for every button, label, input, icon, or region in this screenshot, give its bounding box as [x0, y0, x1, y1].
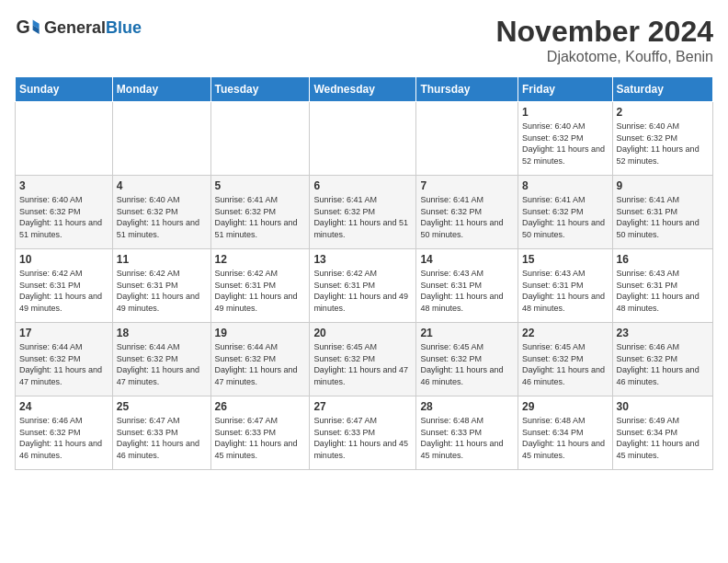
- day-info: Sunrise: 6:46 AM Sunset: 6:32 PM Dayligh…: [617, 341, 709, 387]
- logo-general-text: General: [44, 18, 106, 37]
- svg-text:G: G: [16, 17, 29, 37]
- day-info: Sunrise: 6:42 AM Sunset: 6:31 PM Dayligh…: [19, 268, 108, 314]
- calendar-week-row: 24Sunrise: 6:46 AM Sunset: 6:32 PM Dayli…: [16, 396, 713, 470]
- logo-icon: G: [15, 15, 40, 40]
- day-of-week-header: Saturday: [612, 77, 712, 102]
- day-info: Sunrise: 6:42 AM Sunset: 6:31 PM Dayligh…: [117, 268, 207, 314]
- calendar-cell: 3Sunrise: 6:40 AM Sunset: 6:32 PM Daylig…: [16, 176, 113, 249]
- day-number: 21: [420, 327, 514, 339]
- day-info: Sunrise: 6:41 AM Sunset: 6:32 PM Dayligh…: [215, 194, 306, 240]
- day-number: 18: [117, 327, 207, 339]
- calendar-cell: 19Sunrise: 6:44 AM Sunset: 6:32 PM Dayli…: [210, 323, 310, 396]
- day-number: 1: [522, 106, 609, 119]
- calendar-cell: [416, 102, 518, 176]
- calendar-cell: 12Sunrise: 6:42 AM Sunset: 6:31 PM Dayli…: [210, 249, 310, 323]
- day-number: 24: [19, 400, 108, 413]
- day-number: 25: [117, 400, 207, 413]
- calendar-cell: 9Sunrise: 6:41 AM Sunset: 6:31 PM Daylig…: [612, 176, 712, 249]
- calendar-cell: 28Sunrise: 6:48 AM Sunset: 6:33 PM Dayli…: [416, 396, 518, 470]
- day-of-week-header: Monday: [112, 77, 210, 102]
- calendar-cell: 23Sunrise: 6:46 AM Sunset: 6:32 PM Dayli…: [612, 323, 712, 396]
- day-of-week-header: Tuesday: [210, 77, 310, 102]
- day-info: Sunrise: 6:46 AM Sunset: 6:32 PM Dayligh…: [19, 415, 108, 461]
- day-info: Sunrise: 6:41 AM Sunset: 6:31 PM Dayligh…: [617, 194, 709, 240]
- day-number: 16: [617, 253, 709, 266]
- day-info: Sunrise: 6:43 AM Sunset: 6:31 PM Dayligh…: [617, 268, 709, 314]
- calendar-cell: 8Sunrise: 6:41 AM Sunset: 6:32 PM Daylig…: [518, 176, 612, 249]
- day-number: 12: [215, 253, 306, 266]
- calendar-cell: 21Sunrise: 6:45 AM Sunset: 6:32 PM Dayli…: [416, 323, 518, 396]
- calendar-cell: 18Sunrise: 6:44 AM Sunset: 6:32 PM Dayli…: [112, 323, 210, 396]
- day-info: Sunrise: 6:44 AM Sunset: 6:32 PM Dayligh…: [117, 341, 207, 387]
- calendar-cell: 7Sunrise: 6:41 AM Sunset: 6:32 PM Daylig…: [416, 176, 518, 249]
- day-info: Sunrise: 6:49 AM Sunset: 6:34 PM Dayligh…: [617, 415, 709, 461]
- day-number: 13: [313, 253, 412, 266]
- day-number: 15: [522, 253, 609, 266]
- day-info: Sunrise: 6:40 AM Sunset: 6:32 PM Dayligh…: [117, 194, 207, 240]
- location-title: Djakotome, Kouffo, Benin: [495, 49, 713, 65]
- title-area: November 2024 Djakotome, Kouffo, Benin: [495, 15, 713, 65]
- day-info: Sunrise: 6:41 AM Sunset: 6:32 PM Dayligh…: [420, 194, 514, 240]
- day-number: 22: [522, 327, 609, 339]
- calendar-cell: 29Sunrise: 6:48 AM Sunset: 6:34 PM Dayli…: [518, 396, 612, 470]
- calendar-cell: [210, 102, 310, 176]
- calendar-cell: [112, 102, 210, 176]
- day-info: Sunrise: 6:47 AM Sunset: 6:33 PM Dayligh…: [215, 415, 306, 461]
- day-info: Sunrise: 6:47 AM Sunset: 6:33 PM Dayligh…: [313, 415, 412, 461]
- day-info: Sunrise: 6:40 AM Sunset: 6:32 PM Dayligh…: [19, 194, 108, 240]
- day-number: 20: [313, 327, 412, 339]
- day-info: Sunrise: 6:45 AM Sunset: 6:32 PM Dayligh…: [420, 341, 514, 387]
- day-info: Sunrise: 6:41 AM Sunset: 6:32 PM Dayligh…: [313, 194, 412, 240]
- calendar-cell: 15Sunrise: 6:43 AM Sunset: 6:31 PM Dayli…: [518, 249, 612, 323]
- day-number: 2: [617, 106, 709, 119]
- day-number: 30: [617, 400, 709, 413]
- calendar-table: SundayMondayTuesdayWednesdayThursdayFrid…: [15, 76, 713, 470]
- month-title: November 2024: [495, 15, 713, 49]
- day-info: Sunrise: 6:40 AM Sunset: 6:32 PM Dayligh…: [522, 121, 609, 167]
- day-number: 14: [420, 253, 514, 266]
- calendar-header-row: SundayMondayTuesdayWednesdayThursdayFrid…: [16, 77, 713, 102]
- calendar-cell: 13Sunrise: 6:42 AM Sunset: 6:31 PM Dayli…: [310, 249, 416, 323]
- day-number: 27: [313, 400, 412, 413]
- day-number: 26: [215, 400, 306, 413]
- calendar-week-row: 10Sunrise: 6:42 AM Sunset: 6:31 PM Dayli…: [16, 249, 713, 323]
- logo-blue-text: Blue: [106, 18, 142, 37]
- day-of-week-header: Thursday: [416, 77, 518, 102]
- calendar-cell: 20Sunrise: 6:45 AM Sunset: 6:32 PM Dayli…: [310, 323, 416, 396]
- calendar-cell: 14Sunrise: 6:43 AM Sunset: 6:31 PM Dayli…: [416, 249, 518, 323]
- calendar-cell: 25Sunrise: 6:47 AM Sunset: 6:33 PM Dayli…: [112, 396, 210, 470]
- calendar-cell: 27Sunrise: 6:47 AM Sunset: 6:33 PM Dayli…: [310, 396, 416, 470]
- day-info: Sunrise: 6:48 AM Sunset: 6:34 PM Dayligh…: [522, 415, 609, 461]
- day-info: Sunrise: 6:44 AM Sunset: 6:32 PM Dayligh…: [19, 341, 108, 387]
- day-number: 6: [313, 179, 412, 192]
- day-number: 4: [117, 179, 207, 192]
- calendar-cell: [16, 102, 113, 176]
- calendar-week-row: 3Sunrise: 6:40 AM Sunset: 6:32 PM Daylig…: [16, 176, 713, 249]
- calendar-week-row: 17Sunrise: 6:44 AM Sunset: 6:32 PM Dayli…: [16, 323, 713, 396]
- calendar-cell: [310, 102, 416, 176]
- day-info: Sunrise: 6:45 AM Sunset: 6:32 PM Dayligh…: [313, 341, 412, 387]
- calendar-week-row: 1Sunrise: 6:40 AM Sunset: 6:32 PM Daylig…: [16, 102, 713, 176]
- day-number: 8: [522, 179, 609, 192]
- day-info: Sunrise: 6:47 AM Sunset: 6:33 PM Dayligh…: [117, 415, 207, 461]
- day-number: 28: [420, 400, 514, 413]
- header: G GeneralBlue November 2024 Djakotome, K…: [15, 15, 713, 65]
- calendar-cell: 10Sunrise: 6:42 AM Sunset: 6:31 PM Dayli…: [16, 249, 113, 323]
- calendar-cell: 24Sunrise: 6:46 AM Sunset: 6:32 PM Dayli…: [16, 396, 113, 470]
- day-number: 10: [19, 253, 108, 266]
- logo: G GeneralBlue: [15, 15, 142, 40]
- day-number: 7: [420, 179, 514, 192]
- calendar-cell: 30Sunrise: 6:49 AM Sunset: 6:34 PM Dayli…: [612, 396, 712, 470]
- day-info: Sunrise: 6:45 AM Sunset: 6:32 PM Dayligh…: [522, 341, 609, 387]
- day-info: Sunrise: 6:44 AM Sunset: 6:32 PM Dayligh…: [215, 341, 306, 387]
- calendar-cell: 2Sunrise: 6:40 AM Sunset: 6:32 PM Daylig…: [612, 102, 712, 176]
- calendar-cell: 4Sunrise: 6:40 AM Sunset: 6:32 PM Daylig…: [112, 176, 210, 249]
- day-info: Sunrise: 6:42 AM Sunset: 6:31 PM Dayligh…: [215, 268, 306, 314]
- calendar-cell: 6Sunrise: 6:41 AM Sunset: 6:32 PM Daylig…: [310, 176, 416, 249]
- day-number: 17: [19, 327, 108, 339]
- day-info: Sunrise: 6:43 AM Sunset: 6:31 PM Dayligh…: [420, 268, 514, 314]
- day-info: Sunrise: 6:43 AM Sunset: 6:31 PM Dayligh…: [522, 268, 609, 314]
- day-number: 3: [19, 179, 108, 192]
- calendar-cell: 11Sunrise: 6:42 AM Sunset: 6:31 PM Dayli…: [112, 249, 210, 323]
- calendar-cell: 5Sunrise: 6:41 AM Sunset: 6:32 PM Daylig…: [210, 176, 310, 249]
